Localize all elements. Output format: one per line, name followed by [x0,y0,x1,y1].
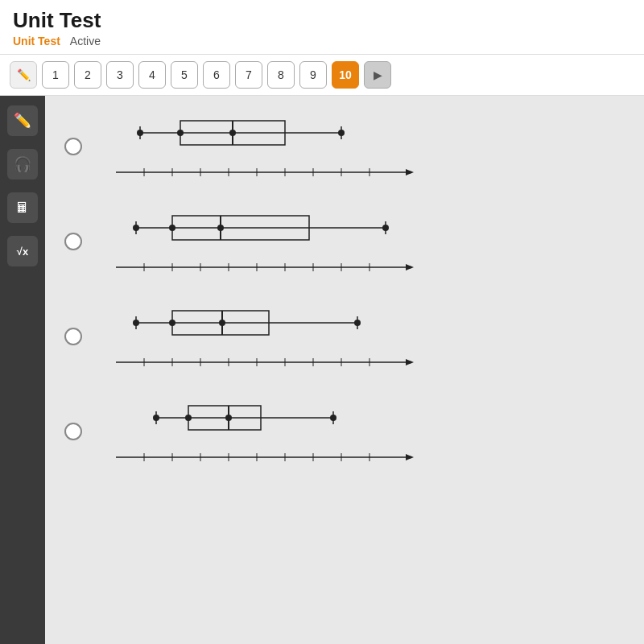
svg-point-45 [133,320,139,326]
sidebar: ✏️ 🎧 🖩 √x [0,96,45,644]
numberline-c [92,350,430,374]
svg-point-66 [185,415,192,421]
content-area [45,96,644,644]
q-btn-4[interactable]: 4 [138,61,166,89]
option-a-row [64,109,625,184]
option-c-row [64,299,625,374]
q-btn-8[interactable]: 8 [267,61,295,89]
svg-point-27 [217,225,224,231]
breadcrumb-active: Unit Test [13,35,60,47]
svg-marker-30 [406,264,414,270]
option-c-content [92,299,625,374]
next-button[interactable]: ▶ [364,61,391,89]
page-title: Unit Test [13,8,631,33]
svg-point-28 [382,225,389,231]
breadcrumb: Unit Test Active [13,35,631,54]
radio-d[interactable] [64,423,82,440]
svg-point-8 [338,130,345,136]
q-btn-5[interactable]: 5 [171,61,198,89]
radio-c[interactable] [64,328,82,345]
main-area: ✏️ 🎧 🖩 √x [0,96,644,644]
svg-point-25 [133,225,139,231]
boxplot-b-svg [92,204,430,252]
numberline-a-svg [92,160,430,184]
option-d-content [92,394,625,469]
calculator-icon[interactable]: 🖩 [7,192,38,223]
numberline-d-svg [92,445,430,469]
q-btn-7[interactable]: 7 [235,61,262,89]
radio-b[interactable] [64,233,82,250]
numberline-b-svg [92,255,430,279]
svg-point-5 [137,130,143,136]
boxplot-d-svg [92,394,430,442]
option-b-content [92,204,625,279]
header: Unit Test Unit Test Active [0,0,644,55]
svg-point-46 [169,320,175,326]
q-btn-1[interactable]: 1 [42,61,69,89]
svg-marker-50 [406,359,414,365]
q-btn-9[interactable]: 9 [299,61,327,89]
numberline-c-svg [92,350,430,374]
svg-point-67 [225,415,232,421]
svg-marker-70 [406,454,414,460]
headphone-icon[interactable]: 🎧 [7,149,38,180]
pencil-icon[interactable]: ✏️ [7,105,38,136]
question-toolbar: ✏️ 1 2 3 4 5 6 7 8 9 10 ▶ [0,55,644,96]
q-btn-2[interactable]: 2 [74,61,101,89]
boxplot-d [92,394,430,442]
boxplot-c-svg [92,299,430,347]
option-a-content [92,109,625,184]
formula-icon[interactable]: √x [7,236,38,266]
q-btn-10[interactable]: 10 [332,61,359,89]
option-b-row [64,204,625,279]
option-d-row [64,394,625,469]
app-container: Unit Test Unit Test Active ✏️ 1 2 3 4 5 … [0,0,644,644]
svg-point-6 [177,130,184,136]
numberline-b [92,255,430,279]
svg-point-65 [153,415,159,421]
boxplot-a-svg [92,109,430,157]
svg-point-47 [219,320,225,326]
q-btn-6[interactable]: 6 [203,61,230,89]
numberline-d [92,445,430,469]
svg-point-48 [354,320,361,326]
boxplot-b [92,204,430,252]
q-btn-3[interactable]: 3 [106,61,134,89]
breadcrumb-inactive: Active [70,35,101,47]
svg-point-68 [330,415,336,421]
boxplot-a [92,109,430,157]
edit-icon-btn[interactable]: ✏️ [10,61,37,89]
boxplot-c [92,299,430,347]
svg-point-7 [229,130,236,136]
svg-point-26 [169,225,175,231]
svg-marker-10 [406,169,414,175]
radio-a[interactable] [64,138,82,155]
numberline-a [92,160,430,184]
